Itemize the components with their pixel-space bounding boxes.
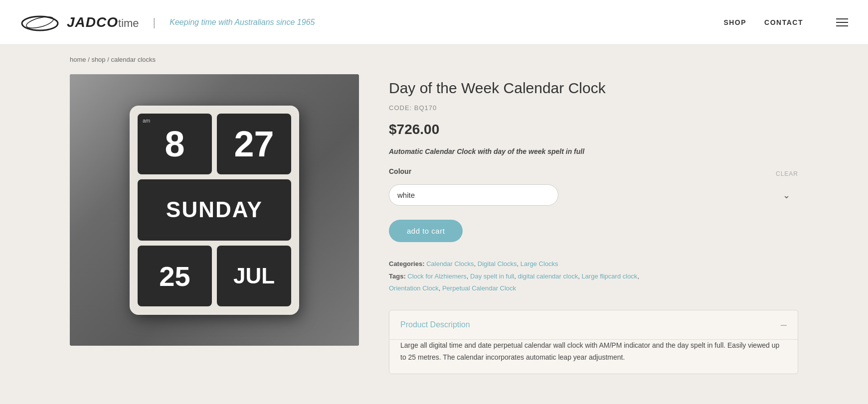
clock-background: am 8 27 SUNDAY (70, 74, 359, 346)
category-large-clocks[interactable]: Large Clocks (521, 260, 558, 268)
product-price: $726.00 (389, 122, 798, 137)
clock-date-value: 25 (159, 260, 190, 292)
product-description-body: Large all digital time and date perpetua… (389, 339, 798, 374)
hamburger-menu[interactable] (836, 18, 848, 26)
clock-minute: 27 (217, 114, 291, 175)
logo-jadco: JADCO (67, 14, 118, 30)
tag-flipcard[interactable]: Large flipcard clock (581, 272, 637, 280)
tags-label: Tags: (389, 272, 406, 280)
product-image: am 8 27 SUNDAY (70, 74, 359, 346)
tag-clock-alzhiemers[interactable]: Clock for Alzhiemers (407, 272, 466, 280)
logo-swoosh-icon (20, 8, 60, 36)
header: JADCOtime | Keeping time with Australian… (0, 0, 868, 45)
category-calendar-clocks[interactable]: Calendar Clocks (426, 260, 474, 268)
clock-minute-value: 27 (234, 124, 274, 164)
product-description-title: Product Description (400, 320, 470, 329)
product-title: Day of the Week Calendar Clock (389, 79, 798, 97)
clock-ampm: am (143, 118, 150, 124)
logo-brand: JADCOtime (67, 14, 139, 30)
chevron-down-icon: ⌄ (783, 190, 790, 201)
category-digital-clocks[interactable]: Digital Clocks (478, 260, 517, 268)
product-description-collapse-icon[interactable]: – (781, 319, 787, 330)
categories-line: Categories: Calendar Clocks, Digital Clo… (389, 258, 798, 270)
breadcrumb-shop[interactable]: shop (91, 56, 105, 63)
product-description-section: Product Description – Large all digital … (389, 310, 798, 374)
hamburger-line-1 (836, 18, 848, 19)
main-content: am 8 27 SUNDAY (0, 74, 868, 394)
clock-month: JUL (217, 246, 291, 307)
colour-select-wrapper: white black ⌄ (389, 184, 798, 206)
colour-clear[interactable]: CLEAR (776, 170, 798, 177)
product-details-col: Day of the Week Calendar Clock CODE: BQ1… (389, 74, 798, 374)
colour-select[interactable]: white black (389, 184, 558, 206)
categories-tags: Categories: Calendar Clocks, Digital Clo… (389, 258, 798, 295)
product-description-header[interactable]: Product Description – (389, 310, 798, 339)
clock-day-row: SUNDAY (138, 179, 291, 241)
breadcrumb-home[interactable]: home (70, 56, 86, 63)
product-code-label: CODE: (389, 104, 412, 112)
tag-digital-calendar[interactable]: digital calendar clock (518, 272, 578, 280)
clock-date: 25 (138, 246, 212, 307)
logo-divider: | (153, 16, 156, 29)
product-code: CODE: BQ170 (389, 104, 798, 112)
tag-orientation[interactable]: Orientation Clock (389, 284, 439, 292)
logo-time: time (118, 17, 139, 30)
product-code-value: BQ170 (414, 104, 437, 112)
hamburger-line-3 (836, 25, 848, 26)
colour-label: Colour (389, 167, 411, 175)
add-to-cart-button[interactable]: add to cart (389, 220, 463, 242)
clock-face: am 8 27 SUNDAY (130, 106, 299, 315)
colour-row: Colour CLEAR (389, 167, 798, 180)
categories-label: Categories: (389, 260, 425, 268)
nav-contact[interactable]: CONTACT (764, 18, 803, 26)
clock-hour-value: 8 (165, 124, 184, 164)
clock-day-value: SUNDAY (166, 197, 263, 222)
header-tagline: Keeping time with Australians since 1965 (170, 18, 315, 27)
logo-area: JADCOtime | Keeping time with Australian… (20, 8, 315, 36)
breadcrumb: home / shop / calendar clocks (0, 45, 868, 74)
breadcrumb-category: calendar clocks (111, 56, 156, 63)
product-tagline: Automatic Calendar Clock with day of the… (389, 147, 798, 155)
hamburger-line-2 (836, 22, 848, 23)
tag-perpetual[interactable]: Perpetual Calendar Clock (442, 284, 516, 292)
product-image-col: am 8 27 SUNDAY (70, 74, 359, 374)
nav: SHOP CONTACT (723, 18, 848, 26)
clock-day: SUNDAY (138, 179, 291, 241)
clock-date-row: 25 JUL (138, 246, 291, 307)
clock-hour: am 8 (138, 114, 212, 175)
clock-month-value: JUL (233, 264, 275, 288)
tags-line: Tags: Clock for Alzhiemers, Day spelt in… (389, 270, 798, 295)
clock-time-row: am 8 27 (138, 114, 291, 175)
tag-day-spelt[interactable]: Day spelt in full (470, 272, 514, 280)
nav-shop[interactable]: SHOP (723, 18, 746, 26)
